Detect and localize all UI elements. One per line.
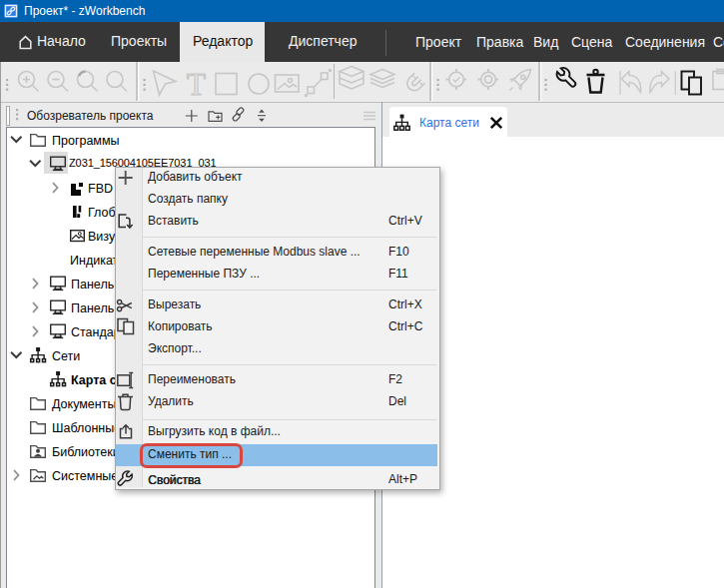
svg-text:T: T [187, 67, 206, 101]
